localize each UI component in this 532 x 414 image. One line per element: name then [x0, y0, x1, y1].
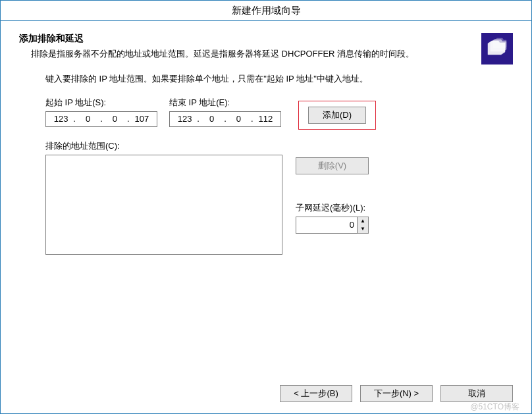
ip-row: 起始 IP 地址(S): 123. 0. 0. 107 结束 IP 地址(E):… — [45, 97, 513, 127]
excluded-label: 排除的地址范围(C): — [45, 140, 513, 152]
remove-button[interactable]: 删除(V) — [296, 157, 369, 174]
end-ip-octet-4[interactable]: 112 — [255, 114, 277, 124]
delay-spinner[interactable]: ▲ ▼ — [296, 217, 369, 234]
delay-label: 子网延迟(毫秒)(L): — [296, 202, 369, 214]
form-area: 起始 IP 地址(S): 123. 0. 0. 107 结束 IP 地址(E):… — [45, 97, 513, 255]
folders-icon — [481, 33, 513, 65]
spinner-up-icon[interactable]: ▲ — [358, 217, 368, 225]
delay-block: 子网延迟(毫秒)(L): ▲ ▼ — [296, 202, 369, 234]
wizard-window: 新建作用域向导 添加排除和延迟 排除是指服务器不分配的地址或地址范围。延迟是指服… — [0, 0, 532, 414]
back-button[interactable]: < 上一步(B) — [280, 385, 352, 402]
add-button-highlight: 添加(D) — [298, 101, 376, 130]
start-ip-block: 起始 IP 地址(S): 123. 0. 0. 107 — [45, 97, 157, 127]
start-ip-octet-3[interactable]: 0 — [104, 114, 126, 124]
watermark-text: @51CTO博客 — [470, 401, 519, 413]
end-ip-octet-3[interactable]: 0 — [228, 114, 250, 124]
end-ip-input[interactable]: 123. 0. 0. 112 — [169, 111, 281, 127]
wizard-footer: < 上一步(B) 下一步(N) > 取消 — [280, 385, 513, 402]
start-ip-octet-2[interactable]: 0 — [77, 114, 99, 124]
delay-input[interactable] — [296, 217, 358, 234]
wizard-body: 添加排除和延迟 排除是指服务器不分配的地址或地址范围。延迟是指服务器将延迟 DH… — [1, 21, 531, 414]
end-ip-octet-2[interactable]: 0 — [201, 114, 223, 124]
end-ip-label: 结束 IP 地址(E): — [169, 97, 281, 109]
spinner-down-icon[interactable]: ▼ — [358, 225, 368, 233]
start-ip-label: 起始 IP 地址(S): — [45, 97, 157, 109]
cancel-button[interactable]: 取消 — [440, 385, 513, 402]
excluded-listbox[interactable] — [45, 155, 282, 255]
right-column: 删除(V) 子网延迟(毫秒)(L): ▲ ▼ — [296, 155, 369, 234]
excluded-row: 删除(V) 子网延迟(毫秒)(L): ▲ ▼ — [45, 155, 513, 255]
start-ip-octet-1[interactable]: 123 — [50, 114, 72, 124]
instruction-text: 键入要排除的 IP 地址范围。如果要排除单个地址，只需在"起始 IP 地址"中键… — [45, 73, 513, 85]
add-button[interactable]: 添加(D) — [308, 107, 366, 124]
start-ip-octet-4[interactable]: 107 — [131, 114, 153, 124]
window-title: 新建作用域向导 — [1, 1, 531, 21]
spinner-arrows: ▲ ▼ — [358, 217, 369, 234]
end-ip-octet-1[interactable]: 123 — [174, 114, 196, 124]
section-heading: 添加排除和延迟 — [19, 33, 513, 45]
start-ip-input[interactable]: 123. 0. 0. 107 — [45, 111, 157, 127]
next-button[interactable]: 下一步(N) > — [360, 385, 433, 402]
end-ip-block: 结束 IP 地址(E): 123. 0. 0. 112 — [169, 97, 281, 127]
section-description: 排除是指服务器不分配的地址或地址范围。延迟是指服务器将延迟 DHCPOFFER … — [31, 47, 452, 61]
